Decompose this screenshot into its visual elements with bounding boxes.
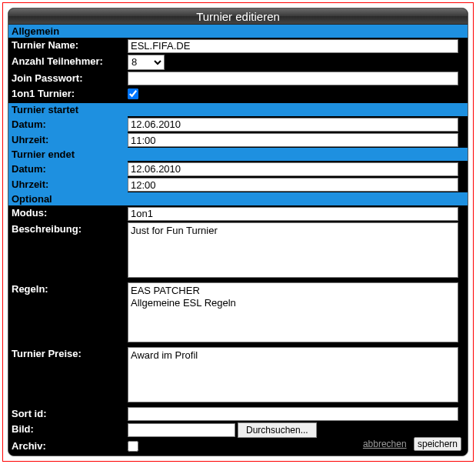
- label-archiv: Archiv:: [8, 439, 128, 453]
- label-start-uhrzeit: Uhrzeit:: [8, 132, 128, 147]
- section-endet: Turnier endet: [8, 148, 468, 161]
- row-end-datum: Datum:: [8, 161, 468, 177]
- input-sort-id[interactable]: [128, 407, 458, 421]
- row-join-passwort: Join Passwort:: [8, 71, 468, 87]
- row-end-uhrzeit: Uhrzeit:: [8, 177, 468, 193]
- input-modus[interactable]: [128, 207, 458, 221]
- input-start-datum[interactable]: [128, 118, 458, 132]
- row-bild: Bild: Durchsuchen...: [8, 422, 468, 439]
- row-sort-id: Sort id:: [8, 406, 468, 422]
- row-preise: Turnier Preise:: [8, 346, 468, 406]
- section-allgemein: Allgemein: [8, 25, 468, 38]
- label-end-datum: Datum:: [8, 162, 128, 176]
- checkbox-1on1[interactable]: [128, 88, 138, 99]
- label-beschreibung: Beschreibung:: [8, 222, 128, 236]
- checkbox-archiv[interactable]: [128, 441, 138, 452]
- label-join-passwort: Join Passwort:: [8, 71, 128, 85]
- section-optional: Optional: [8, 192, 468, 205]
- textarea-regeln[interactable]: [128, 282, 458, 342]
- label-bild: Bild:: [8, 422, 128, 436]
- content: Allgemein Turnier Name: Anzahl Teilnehme…: [8, 25, 468, 456]
- window-title: Turnier editieren: [8, 8, 468, 25]
- input-end-uhrzeit[interactable]: [128, 178, 458, 192]
- row-anzahl-teilnehmer: Anzahl Teilnehmer: 8: [8, 54, 468, 71]
- textarea-preise[interactable]: [128, 347, 458, 402]
- label-sort-id: Sort id:: [8, 406, 128, 421]
- label-preise: Turnier Preise:: [8, 346, 128, 361]
- label-turnier-name: Turnier Name:: [8, 38, 128, 52]
- cancel-link[interactable]: abbrechen: [363, 439, 407, 449]
- row-start-uhrzeit: Uhrzeit:: [8, 132, 468, 149]
- input-start-uhrzeit[interactable]: [128, 133, 458, 147]
- row-turnier-name: Turnier Name:: [8, 38, 468, 54]
- row-start-datum: Datum:: [8, 116, 468, 132]
- label-end-uhrzeit: Uhrzeit:: [8, 177, 128, 192]
- label-start-datum: Datum:: [8, 117, 128, 132]
- footer: abbrechen speichern: [363, 437, 461, 451]
- row-modus: Modus:: [8, 205, 468, 222]
- browse-button[interactable]: Durchsuchen...: [238, 422, 317, 438]
- section-startet: Turnier startet: [8, 103, 468, 116]
- label-1on1: 1on1 Turnier:: [8, 86, 128, 101]
- row-regeln: Regeln:: [8, 282, 468, 346]
- row-beschreibung: Beschreibung:: [8, 222, 468, 282]
- outer-frame: Turnier editieren Allgemein Turnier Name…: [2, 2, 474, 462]
- input-turnier-name[interactable]: [128, 39, 458, 53]
- row-1on1: 1on1 Turnier:: [8, 86, 468, 103]
- input-join-passwort[interactable]: [128, 72, 458, 85]
- label-anzahl-teilnehmer: Anzahl Teilnehmer:: [8, 54, 128, 68]
- label-modus: Modus:: [8, 205, 128, 220]
- textarea-beschreibung[interactable]: [128, 222, 458, 278]
- dialog: Turnier editieren Allgemein Turnier Name…: [8, 8, 468, 456]
- input-end-datum[interactable]: [128, 162, 458, 176]
- label-regeln: Regeln:: [8, 282, 128, 296]
- save-button[interactable]: speichern: [414, 437, 461, 451]
- input-bild-path[interactable]: [128, 423, 235, 437]
- select-anzahl-teilnehmer[interactable]: 8: [128, 55, 165, 70]
